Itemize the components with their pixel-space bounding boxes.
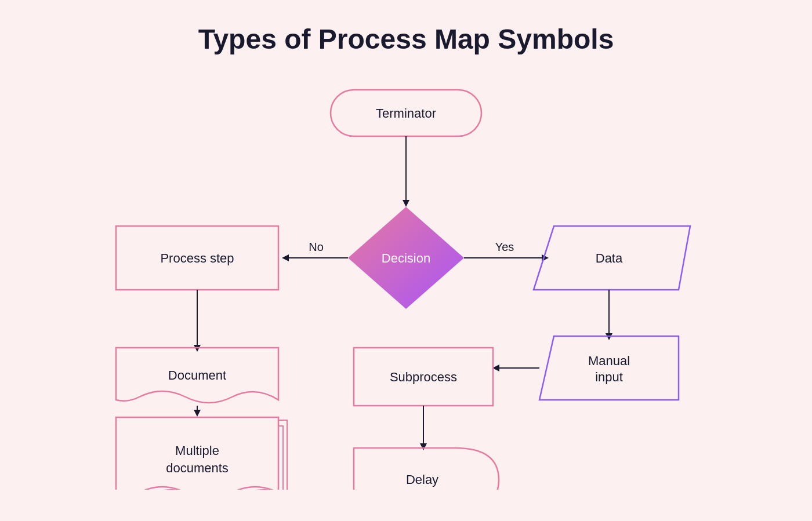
svg-text:No: No	[309, 241, 324, 253]
svg-text:input: input	[595, 370, 623, 384]
svg-text:Delay: Delay	[406, 472, 438, 487]
svg-marker-22	[606, 333, 612, 340]
svg-marker-5	[282, 254, 289, 261]
svg-text:Process step: Process step	[160, 251, 234, 265]
svg-text:Subprocess: Subprocess	[390, 370, 457, 384]
svg-text:Data: Data	[596, 251, 623, 265]
svg-rect-7	[116, 226, 278, 290]
svg-marker-23	[539, 336, 679, 400]
svg-rect-28	[354, 348, 493, 406]
svg-text:Document: Document	[168, 368, 226, 382]
svg-text:Yes: Yes	[495, 241, 514, 253]
svg-text:Multiple: Multiple	[175, 443, 219, 458]
svg-marker-2	[403, 200, 409, 207]
decision-label: Decision	[382, 251, 430, 265]
svg-marker-31	[420, 443, 427, 450]
svg-marker-10	[542, 254, 549, 261]
diagram: Terminator Decision No Process step Yes …	[58, 72, 754, 490]
svg-marker-27	[492, 365, 499, 371]
svg-marker-18	[194, 410, 201, 417]
svg-marker-3	[348, 207, 464, 309]
terminator-label: Terminator	[376, 106, 436, 121]
svg-rect-0	[331, 90, 481, 136]
svg-marker-15	[194, 345, 201, 352]
svg-text:Manual: Manual	[588, 354, 630, 368]
svg-text:documents: documents	[166, 461, 229, 475]
svg-marker-12	[534, 226, 690, 290]
page-title: Types of Process Map Symbols	[198, 23, 614, 55]
